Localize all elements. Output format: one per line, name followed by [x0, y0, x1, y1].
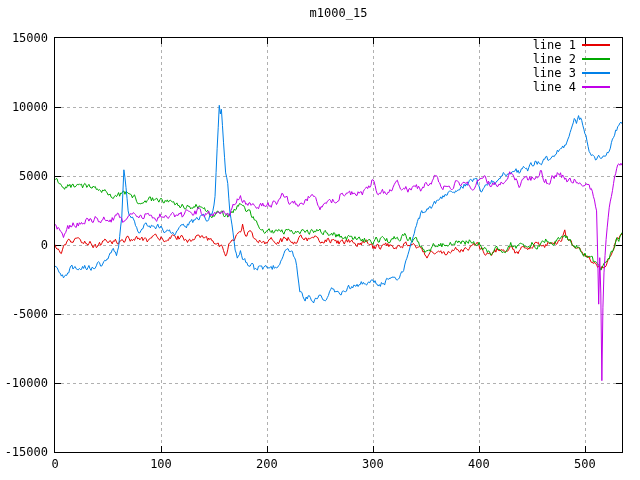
chart-title: m1000_15 [55, 6, 622, 20]
legend-label: line 3 [533, 66, 576, 80]
legend-line-sample-icon [582, 72, 610, 74]
legend-item-line-2: line 2 [533, 52, 610, 66]
y-tick-label: -5000 [0, 307, 48, 321]
y-tick-label: 5000 [0, 169, 48, 183]
chart-figure: m1000_15 -15000-10000-500005000100001500… [0, 0, 640, 480]
legend-line-sample-icon [582, 86, 610, 88]
legend-label: line 4 [533, 80, 576, 94]
x-tick-label: 100 [135, 457, 187, 471]
y-tick-label: 0 [0, 238, 48, 252]
legend-label: line 1 [533, 38, 576, 52]
y-tick-label: 10000 [0, 100, 48, 114]
legend: line 1 line 2 line 3 line 4 [533, 38, 610, 94]
legend-label: line 2 [533, 52, 576, 66]
legend-item-line-4: line 4 [533, 80, 610, 94]
legend-line-sample-icon [582, 44, 610, 46]
x-tick-label: 0 [29, 457, 81, 471]
legend-item-line-3: line 3 [533, 66, 610, 80]
x-tick-label: 300 [347, 457, 399, 471]
x-tick-label: 200 [241, 457, 293, 471]
x-tick-label: 500 [559, 457, 611, 471]
legend-line-sample-icon [582, 58, 610, 60]
x-tick-label: 400 [453, 457, 505, 471]
y-tick-label: 15000 [0, 31, 48, 45]
y-tick-label: -10000 [0, 376, 48, 390]
legend-item-line-1: line 1 [533, 38, 610, 52]
